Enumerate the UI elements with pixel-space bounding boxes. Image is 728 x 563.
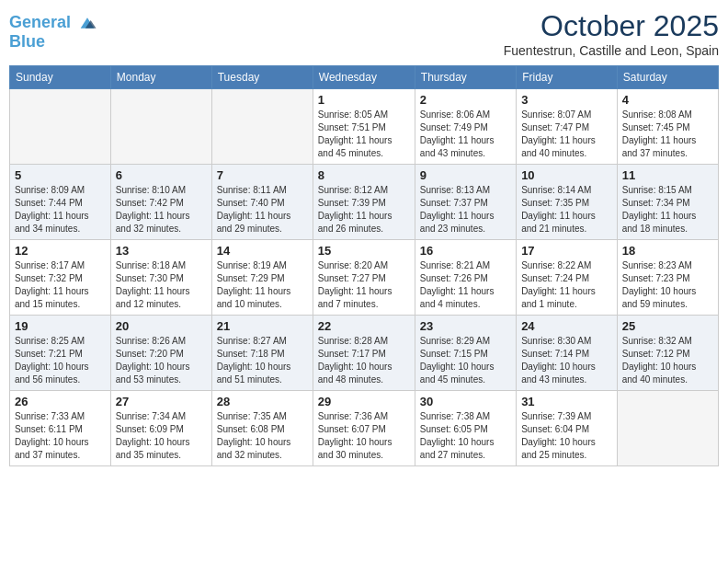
day-number: 5 bbox=[15, 168, 106, 182]
day-number: 31 bbox=[521, 395, 612, 408]
calendar-cell bbox=[10, 89, 111, 165]
day-number: 30 bbox=[420, 395, 511, 408]
day-info: Sunrise: 8:23 AM Sunset: 7:23 PM Dayligh… bbox=[622, 259, 713, 311]
day-info: Sunrise: 7:36 AM Sunset: 6:07 PM Dayligh… bbox=[318, 410, 410, 462]
calendar-cell: 27Sunrise: 7:34 AM Sunset: 6:09 PM Dayli… bbox=[110, 391, 211, 466]
calendar-cell: 12Sunrise: 8:17 AM Sunset: 7:32 PM Dayli… bbox=[10, 240, 111, 316]
day-info: Sunrise: 8:14 AM Sunset: 7:35 PM Dayligh… bbox=[521, 184, 612, 236]
calendar-week-1: 1Sunrise: 8:05 AM Sunset: 7:51 PM Daylig… bbox=[10, 89, 719, 165]
calendar-cell: 17Sunrise: 8:22 AM Sunset: 7:24 PM Dayli… bbox=[517, 240, 618, 316]
day-number: 1 bbox=[318, 93, 410, 107]
day-info: Sunrise: 8:21 AM Sunset: 7:26 PM Dayligh… bbox=[420, 259, 511, 311]
calendar-cell: 21Sunrise: 8:27 AM Sunset: 7:18 PM Dayli… bbox=[211, 316, 313, 391]
location: Fuentestrun, Castille and Leon, Spain bbox=[504, 43, 719, 58]
page-header: General Blue October 2025 Fuentestrun, C… bbox=[9, 9, 719, 58]
weekday-header-thursday: Thursday bbox=[415, 66, 516, 89]
day-info: Sunrise: 8:13 AM Sunset: 7:37 PM Dayligh… bbox=[420, 184, 511, 236]
day-number: 14 bbox=[217, 244, 308, 258]
calendar-week-5: 26Sunrise: 7:33 AM Sunset: 6:11 PM Dayli… bbox=[10, 391, 719, 466]
day-info: Sunrise: 8:07 AM Sunset: 7:47 PM Dayligh… bbox=[521, 109, 612, 160]
day-info: Sunrise: 7:39 AM Sunset: 6:04 PM Dayligh… bbox=[521, 410, 612, 462]
weekday-header-wednesday: Wednesday bbox=[313, 66, 415, 89]
calendar-cell bbox=[617, 391, 718, 466]
day-number: 7 bbox=[217, 168, 308, 182]
calendar-cell: 31Sunrise: 7:39 AM Sunset: 6:04 PM Dayli… bbox=[517, 391, 618, 466]
calendar-cell: 2Sunrise: 8:06 AM Sunset: 7:49 PM Daylig… bbox=[415, 89, 516, 165]
calendar-cell: 15Sunrise: 8:20 AM Sunset: 7:27 PM Dayli… bbox=[313, 240, 415, 316]
calendar-cell: 16Sunrise: 8:21 AM Sunset: 7:26 PM Dayli… bbox=[415, 240, 516, 316]
calendar-cell: 30Sunrise: 7:38 AM Sunset: 6:05 PM Dayli… bbox=[415, 391, 516, 466]
calendar-cell: 18Sunrise: 8:23 AM Sunset: 7:23 PM Dayli… bbox=[617, 240, 718, 316]
day-info: Sunrise: 8:30 AM Sunset: 7:14 PM Dayligh… bbox=[521, 335, 612, 386]
day-number: 16 bbox=[420, 244, 511, 258]
day-number: 6 bbox=[116, 168, 207, 182]
weekday-header-saturday: Saturday bbox=[617, 66, 718, 89]
day-number: 22 bbox=[318, 319, 410, 333]
day-info: Sunrise: 8:18 AM Sunset: 7:30 PM Dayligh… bbox=[116, 259, 207, 311]
day-number: 21 bbox=[217, 319, 308, 333]
day-info: Sunrise: 8:06 AM Sunset: 7:49 PM Dayligh… bbox=[420, 109, 511, 160]
calendar-cell: 11Sunrise: 8:15 AM Sunset: 7:34 PM Dayli… bbox=[617, 165, 718, 240]
calendar-cell: 4Sunrise: 8:08 AM Sunset: 7:45 PM Daylig… bbox=[617, 89, 718, 165]
day-info: Sunrise: 8:29 AM Sunset: 7:15 PM Dayligh… bbox=[420, 335, 511, 386]
day-number: 27 bbox=[116, 395, 207, 408]
day-number: 20 bbox=[116, 319, 207, 333]
day-info: Sunrise: 8:09 AM Sunset: 7:44 PM Dayligh… bbox=[15, 184, 106, 236]
day-info: Sunrise: 8:28 AM Sunset: 7:17 PM Dayligh… bbox=[318, 335, 410, 386]
day-number: 3 bbox=[521, 93, 612, 107]
day-number: 4 bbox=[622, 93, 713, 107]
calendar-week-2: 5Sunrise: 8:09 AM Sunset: 7:44 PM Daylig… bbox=[10, 165, 719, 240]
weekday-header-row: SundayMondayTuesdayWednesdayThursdayFrid… bbox=[10, 66, 719, 89]
calendar-cell: 28Sunrise: 7:35 AM Sunset: 6:08 PM Dayli… bbox=[211, 391, 313, 466]
calendar-cell: 6Sunrise: 8:10 AM Sunset: 7:42 PM Daylig… bbox=[110, 165, 211, 240]
calendar-cell: 22Sunrise: 8:28 AM Sunset: 7:17 PM Dayli… bbox=[313, 316, 415, 391]
day-number: 17 bbox=[521, 244, 612, 258]
day-number: 9 bbox=[420, 168, 511, 182]
calendar-cell: 9Sunrise: 8:13 AM Sunset: 7:37 PM Daylig… bbox=[415, 165, 516, 240]
day-number: 19 bbox=[15, 319, 106, 333]
calendar-cell: 29Sunrise: 7:36 AM Sunset: 6:07 PM Dayli… bbox=[313, 391, 415, 466]
day-number: 15 bbox=[318, 244, 410, 258]
weekday-header-tuesday: Tuesday bbox=[211, 66, 313, 89]
calendar-cell: 20Sunrise: 8:26 AM Sunset: 7:20 PM Dayli… bbox=[110, 316, 211, 391]
calendar-table: SundayMondayTuesdayWednesdayThursdayFrid… bbox=[9, 65, 719, 466]
calendar-week-4: 19Sunrise: 8:25 AM Sunset: 7:21 PM Dayli… bbox=[10, 316, 719, 391]
day-info: Sunrise: 8:12 AM Sunset: 7:39 PM Dayligh… bbox=[318, 184, 410, 236]
calendar-week-3: 12Sunrise: 8:17 AM Sunset: 7:32 PM Dayli… bbox=[10, 240, 719, 316]
calendar-cell: 23Sunrise: 8:29 AM Sunset: 7:15 PM Dayli… bbox=[415, 316, 516, 391]
day-info: Sunrise: 8:17 AM Sunset: 7:32 PM Dayligh… bbox=[15, 259, 106, 311]
day-number: 18 bbox=[622, 244, 713, 258]
month-title: October 2025 bbox=[504, 9, 719, 43]
calendar-cell: 10Sunrise: 8:14 AM Sunset: 7:35 PM Dayli… bbox=[517, 165, 618, 240]
day-number: 25 bbox=[622, 319, 713, 333]
day-number: 8 bbox=[318, 168, 410, 182]
title-block: October 2025 Fuentestrun, Castille and L… bbox=[504, 9, 719, 58]
day-info: Sunrise: 8:32 AM Sunset: 7:12 PM Dayligh… bbox=[622, 335, 713, 386]
weekday-header-sunday: Sunday bbox=[10, 66, 111, 89]
calendar-cell: 8Sunrise: 8:12 AM Sunset: 7:39 PM Daylig… bbox=[313, 165, 415, 240]
calendar-cell: 1Sunrise: 8:05 AM Sunset: 7:51 PM Daylig… bbox=[313, 89, 415, 165]
day-number: 26 bbox=[15, 395, 106, 408]
day-info: Sunrise: 8:11 AM Sunset: 7:40 PM Dayligh… bbox=[217, 184, 308, 236]
day-info: Sunrise: 8:27 AM Sunset: 7:18 PM Dayligh… bbox=[217, 335, 308, 386]
weekday-header-monday: Monday bbox=[110, 66, 211, 89]
day-number: 28 bbox=[217, 395, 308, 408]
calendar-cell: 26Sunrise: 7:33 AM Sunset: 6:11 PM Dayli… bbox=[10, 391, 111, 466]
day-info: Sunrise: 8:19 AM Sunset: 7:29 PM Dayligh… bbox=[217, 259, 308, 311]
calendar-cell: 24Sunrise: 8:30 AM Sunset: 7:14 PM Dayli… bbox=[517, 316, 618, 391]
day-info: Sunrise: 7:33 AM Sunset: 6:11 PM Dayligh… bbox=[15, 410, 106, 462]
day-info: Sunrise: 8:10 AM Sunset: 7:42 PM Dayligh… bbox=[116, 184, 207, 236]
day-info: Sunrise: 7:35 AM Sunset: 6:08 PM Dayligh… bbox=[217, 410, 308, 462]
calendar-cell: 25Sunrise: 8:32 AM Sunset: 7:12 PM Dayli… bbox=[617, 316, 718, 391]
day-number: 24 bbox=[521, 319, 612, 333]
calendar-cell: 19Sunrise: 8:25 AM Sunset: 7:21 PM Dayli… bbox=[10, 316, 111, 391]
day-info: Sunrise: 7:38 AM Sunset: 6:05 PM Dayligh… bbox=[420, 410, 511, 462]
calendar-cell bbox=[110, 89, 211, 165]
calendar-cell bbox=[211, 89, 313, 165]
calendar-cell: 5Sunrise: 8:09 AM Sunset: 7:44 PM Daylig… bbox=[10, 165, 111, 240]
day-info: Sunrise: 8:22 AM Sunset: 7:24 PM Dayligh… bbox=[521, 259, 612, 311]
weekday-header-friday: Friday bbox=[517, 66, 618, 89]
day-number: 23 bbox=[420, 319, 511, 333]
calendar-cell: 3Sunrise: 8:07 AM Sunset: 7:47 PM Daylig… bbox=[517, 89, 618, 165]
day-info: Sunrise: 8:26 AM Sunset: 7:20 PM Dayligh… bbox=[116, 335, 207, 386]
